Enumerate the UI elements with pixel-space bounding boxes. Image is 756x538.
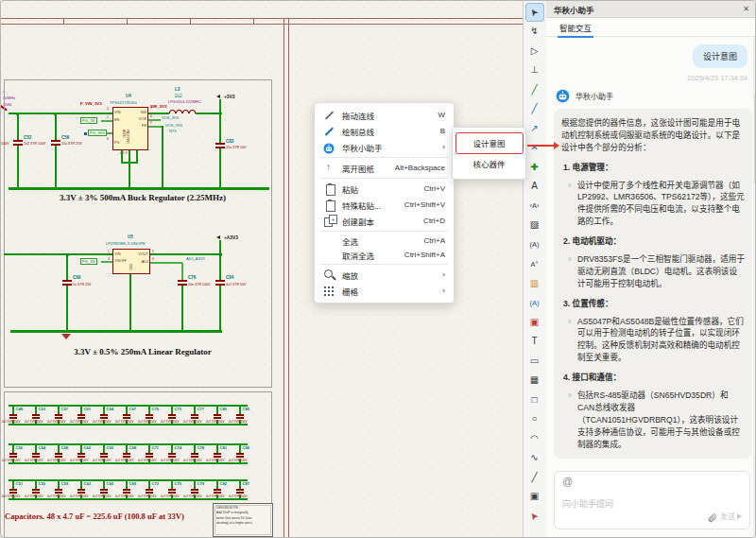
close-icon[interactable]: ✕ [743, 5, 749, 13]
sheet-pin-icon[interactable]: ▣ [525, 313, 544, 332]
menu-item-draw-bus[interactable]: 绘制总线 B [315, 123, 454, 139]
circle-tool-icon[interactable]: ○ [525, 410, 544, 429]
capacitor[interactable]: C674u7 X7R 100V [122, 405, 131, 425]
junction-icon[interactable]: ✚ [525, 158, 544, 177]
table-tool-icon[interactable]: ▦ [525, 372, 544, 390]
sheet-icon[interactable]: ▥ [525, 274, 544, 293]
select-tool-icon[interactable]: ➤ [525, 3, 544, 22]
capacitor[interactable]: C544u7 X7R 100V [31, 443, 41, 464]
capacitor[interactable]: C694u7 X7R 100V [122, 479, 131, 500]
capacitor[interactable]: C704u7 X7R 100V [145, 405, 154, 425]
ic-ref[interactable]: U5 [128, 235, 133, 240]
power-net-label[interactable]: +A3V3 [224, 235, 238, 240]
capacitor[interactable]: C804u7 X7R 100V [213, 405, 222, 425]
menu-item-duplicate[interactable]: 创建副本 Ctrl+D [315, 213, 454, 229]
capacitor[interactable]: C724u7 X7R 100V [145, 479, 154, 500]
capacitor[interactable]: C714u7 X7R 100V [145, 443, 154, 464]
cap-ref[interactable]: C76 [188, 276, 196, 281]
cap-ref[interactable]: C60 [73, 276, 80, 281]
send-button[interactable]: 发送 [720, 511, 742, 521]
capacitor[interactable]: C614u7 X7R 100V [77, 405, 86, 425]
net-label-icon[interactable]: A [525, 178, 544, 197]
capacitor[interactable]: C644u7 X7R 100V [99, 405, 109, 425]
arc-tool-icon[interactable]: ◠ [525, 429, 544, 448]
place-symbol-icon[interactable]: ▷ [525, 42, 544, 61]
wire-tool-icon[interactable]: ╱ [525, 80, 544, 99]
delete-tool-icon[interactable]: ➤ [525, 507, 544, 526]
chat-input[interactable]: @ 向小助手提问 发送 [554, 471, 750, 529]
menu-item-zoom[interactable]: 缩放 › [315, 267, 454, 283]
bezier-tool-icon[interactable]: ∿ [525, 449, 544, 468]
section-bullet: ○ DRV8353FS是一个三相智能门驱动器，适用于驱动无刷直流（BLDC）电动… [561, 253, 745, 290]
sheet-label-icon[interactable]: (A) [525, 294, 544, 313]
menu-item-paste[interactable]: 粘贴 Ctrl+V [315, 181, 454, 197]
capacitor[interactable]: C504u7 X7R 100V [9, 443, 18, 464]
bullet-marker: ○ [568, 254, 572, 264]
capacitor[interactable]: C574u7 X7R 100V [54, 405, 63, 425]
menu-item-drag-wire[interactable]: 拖动连线 W [315, 107, 454, 123]
cap-ref[interactable]: C84 [226, 276, 233, 281]
menu-item-leave-sheet[interactable]: 离开图纸 Alt+Backspace [315, 160, 454, 176]
highlight-net-icon[interactable]: ↯ [525, 23, 544, 42]
capacitor[interactable]: C794u7 X7R 100V [190, 479, 199, 500]
ic-ref[interactable]: U4 [126, 95, 131, 99]
bus-tool-icon[interactable]: ╱ [525, 100, 544, 119]
capacitor[interactable]: C874u7 X7R 100V [235, 479, 245, 500]
capacitor[interactable]: C554u7 X7R 100V [31, 479, 41, 500]
capacitor[interactable]: C864u7 X7R 100V [235, 443, 245, 464]
capacitor[interactable]: C684u7 X7R 100V [122, 443, 131, 464]
attachment-icon[interactable] [707, 512, 717, 523]
capacitor[interactable]: C784u7 X7R 100V [190, 443, 199, 464]
mention-icon[interactable]: @ [562, 476, 573, 487]
capacitor[interactable]: C584u7 X7R 100V [54, 443, 63, 464]
net-label[interactable]: PG_5V [80, 117, 97, 124]
tab-smart-interaction[interactable]: 智能交互 [559, 22, 592, 33]
net-label[interactable]: F_VIN_3V3 [80, 102, 102, 106]
inductor-ref[interactable]: L3 [175, 88, 180, 93]
net-label[interactable]: PG_5V [80, 258, 97, 265]
capacitor[interactable]: C654u7 X7R 100V [99, 443, 109, 464]
menu-item-grid[interactable]: 栅格 › [315, 283, 454, 299]
global-label-icon[interactable]: ‹A› [525, 197, 544, 216]
line-tool-icon[interactable]: ╱ [525, 468, 544, 487]
submenu-item-core-components[interactable]: 核心器件 [453, 153, 525, 174]
capacitor[interactable]: C824u7 X7R 100V [213, 479, 222, 500]
cap-ref[interactable]: C56 [61, 136, 69, 141]
net-label[interactable]: SW_3V3 [150, 105, 166, 109]
capacitor[interactable]: C814u7 X7R 100V [213, 443, 222, 464]
cap-ref[interactable]: C83 [226, 140, 233, 145]
capacitor[interactable]: C634u7 X7R 100V [77, 479, 86, 500]
capacitor[interactable]: C734u7 X7R 100V [167, 405, 177, 425]
menu-item-deselect-all[interactable]: 取消全选 Ctrl+Shift+A [315, 248, 454, 262]
directive-label-icon[interactable]: A° [525, 255, 544, 274]
power-net-label[interactable]: +3V3 [224, 95, 234, 99]
capacitor[interactable]: C774u7 X7R 100V [190, 405, 199, 425]
capacitor[interactable]: C664u7 X7R 100V [99, 479, 109, 500]
hierarchical-label-icon[interactable]: ▨ [525, 217, 544, 235]
bus-entry-icon[interactable]: ↗ [525, 119, 544, 138]
submenu-chevron-icon: › [442, 286, 445, 295]
capacitor[interactable]: C754u7 X7R 100V [167, 479, 177, 500]
text-label-icon[interactable]: (A) [525, 235, 544, 254]
no-connect-icon[interactable]: ✕ [525, 139, 544, 158]
rectangle-tool-icon[interactable]: □ [525, 390, 544, 409]
capacitor[interactable]: C854u7 X7R 100V [235, 405, 245, 425]
textbox-tool-icon[interactable]: ▭ [525, 352, 544, 371]
net-label[interactable]: PG_3V3 [88, 130, 107, 136]
menu-item-assistant[interactable]: 华秋小助手 › [315, 139, 454, 155]
capacitor[interactable]: C594u7 X7R 100V [54, 479, 63, 500]
capacitor[interactable]: C494u7 X7R 100V [9, 405, 18, 425]
capacitor[interactable]: C624u7 X7R 100V [77, 443, 86, 464]
cap-ref[interactable]: C52 [24, 136, 31, 141]
capacitor[interactable]: C514u7 X7R 100V [9, 479, 18, 500]
menu-item-paste-special[interactable]: 特殊粘贴... Ctrl+Shift+V [315, 197, 454, 213]
menu-item-select-all[interactable]: 全选 Ctrl+A [315, 234, 454, 248]
text-tool-icon[interactable]: T [525, 333, 544, 352]
capacitor[interactable]: C744u7 X7R 100V [167, 443, 177, 464]
cap-value: 2u2 X7R 100V [24, 143, 45, 147]
power-port-icon[interactable]: ⊥ [525, 61, 544, 80]
image-tool-icon[interactable]: ▣ [525, 488, 544, 507]
clipboard-icon [323, 182, 335, 195]
send-icon [737, 513, 742, 519]
capacitor[interactable]: C534u7 X7R 100V [31, 405, 41, 425]
